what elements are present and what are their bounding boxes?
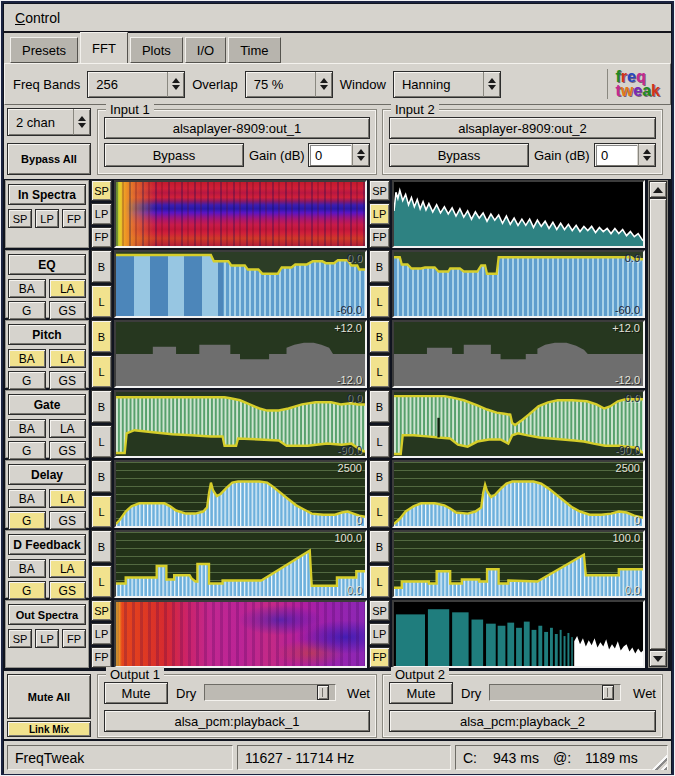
input1-port-button[interactable]: alsaplayer-8909:out_1 bbox=[104, 117, 370, 139]
tab-time[interactable]: Time bbox=[228, 37, 280, 63]
out-spectra-ch2-fp-button[interactable]: FP bbox=[369, 647, 390, 668]
in-spectra-ch2-fp-button[interactable]: FP bbox=[369, 227, 390, 248]
bypass-all-button[interactable]: Bypass All bbox=[7, 143, 91, 175]
scroll-up-icon[interactable] bbox=[649, 181, 667, 198]
pitch-ba-button[interactable]: BA bbox=[8, 349, 46, 368]
delay-ch2-l-button[interactable]: L bbox=[369, 495, 390, 528]
spinner-arrows-icon[interactable] bbox=[167, 72, 184, 97]
link-mix-button[interactable]: Link Mix bbox=[7, 721, 91, 737]
in-spectra-row-button[interactable]: In Spectra bbox=[8, 184, 86, 205]
dfeedback-ch2-display[interactable]: 100.0 0.0 bbox=[392, 530, 645, 598]
dfeedback-g-button[interactable]: G bbox=[8, 581, 46, 600]
eq-ch1-l-button[interactable]: L bbox=[91, 285, 112, 318]
in-spectra-ch2-sp-button[interactable]: SP bbox=[369, 180, 390, 201]
spinner-arrows-icon[interactable] bbox=[73, 109, 90, 135]
pitch-ch1-display[interactable]: +12.0 -12.0 bbox=[114, 320, 367, 388]
delay-ch1-l-button[interactable]: L bbox=[91, 495, 112, 528]
in-spectra-lp-button[interactable]: LP bbox=[35, 209, 59, 228]
in-spectra-ch2-display[interactable] bbox=[392, 180, 645, 248]
input2-gain-spinner[interactable]: 0 bbox=[594, 143, 656, 167]
dfeedback-ch1-display[interactable]: 100.0 0.0 bbox=[114, 530, 367, 598]
dfeedback-ch2-l-button[interactable]: L bbox=[369, 565, 390, 598]
out-spectra-lp-button[interactable]: LP bbox=[35, 629, 59, 648]
eq-la-button[interactable]: LA bbox=[49, 279, 87, 298]
input1-bypass-button[interactable]: Bypass bbox=[104, 143, 244, 167]
out-spectra-ch2-sp-button[interactable]: SP bbox=[369, 600, 390, 621]
eq-row-button[interactable]: EQ bbox=[8, 254, 86, 275]
eq-ch1-display[interactable]: 0.0 -60.0 bbox=[114, 250, 367, 318]
pitch-la-button[interactable]: LA bbox=[49, 349, 87, 368]
eq-ch2-l-button[interactable]: L bbox=[369, 285, 390, 318]
gate-ch1-b-button[interactable]: B bbox=[91, 390, 112, 423]
output1-slider-thumb[interactable] bbox=[317, 685, 329, 700]
dfeedback-ch2-b-button[interactable]: B bbox=[369, 530, 390, 563]
freq-bands-spinner[interactable]: 256 bbox=[87, 71, 185, 98]
tab-fft[interactable]: FFT bbox=[80, 32, 128, 63]
gate-row-button[interactable]: Gate bbox=[8, 394, 86, 415]
out-spectra-ch2-lp-button[interactable]: LP bbox=[369, 623, 390, 644]
tab-plots[interactable]: Plots bbox=[130, 37, 183, 63]
out-spectra-row-button[interactable]: Out Spectra bbox=[8, 604, 86, 625]
output2-drywet-slider[interactable] bbox=[489, 684, 621, 701]
pitch-gs-button[interactable]: GS bbox=[49, 371, 87, 390]
gate-g-button[interactable]: G bbox=[8, 441, 46, 460]
pitch-ch2-b-button[interactable]: B bbox=[369, 320, 390, 353]
scrollbar-thumb[interactable] bbox=[649, 198, 667, 650]
gate-ch2-l-button[interactable]: L bbox=[369, 425, 390, 458]
input2-port-button[interactable]: alsaplayer-8909:out_2 bbox=[389, 117, 656, 139]
gate-ch1-display[interactable]: 0.0 -90.0 bbox=[114, 390, 367, 458]
menu-control[interactable]: Control bbox=[15, 10, 60, 26]
output2-port-button[interactable]: alsa_pcm:playback_2 bbox=[389, 710, 656, 732]
delay-la-button[interactable]: LA bbox=[49, 489, 87, 508]
gate-ch2-b-button[interactable]: B bbox=[369, 390, 390, 423]
gate-la-button[interactable]: LA bbox=[49, 419, 87, 438]
scroll-down-icon[interactable] bbox=[649, 650, 667, 667]
output1-mute-button[interactable]: Mute bbox=[104, 682, 168, 704]
out-spectra-ch1-lp-button[interactable]: LP bbox=[91, 623, 112, 644]
in-spectra-ch1-sp-button[interactable]: SP bbox=[91, 180, 112, 201]
out-spectra-ch1-sp-button[interactable]: SP bbox=[91, 600, 112, 621]
out-spectra-sp-button[interactable]: SP bbox=[8, 629, 32, 648]
in-spectra-sp-button[interactable]: SP bbox=[8, 209, 32, 228]
spinner-arrows-icon[interactable] bbox=[315, 72, 332, 97]
eq-gs-button[interactable]: GS bbox=[49, 301, 87, 320]
spinner-arrows-icon[interactable] bbox=[352, 144, 369, 166]
pitch-g-button[interactable]: G bbox=[8, 371, 46, 390]
in-spectra-ch1-fp-button[interactable]: FP bbox=[91, 227, 112, 248]
eq-g-button[interactable]: G bbox=[8, 301, 46, 320]
spinner-arrows-icon[interactable] bbox=[483, 72, 500, 97]
in-spectra-ch1-lp-button[interactable]: LP bbox=[91, 203, 112, 224]
delay-row-button[interactable]: Delay bbox=[8, 464, 86, 485]
delay-ch1-display[interactable]: 2500 0 bbox=[114, 460, 367, 528]
pitch-row-button[interactable]: Pitch bbox=[8, 324, 86, 345]
output1-port-button[interactable]: alsa_pcm:playback_1 bbox=[104, 710, 370, 732]
out-spectra-ch1-fp-button[interactable]: FP bbox=[91, 647, 112, 668]
dfeedback-row-button[interactable]: D Feedback bbox=[8, 534, 86, 555]
output2-mute-button[interactable]: Mute bbox=[389, 682, 453, 704]
delay-g-button[interactable]: G bbox=[8, 511, 46, 530]
tab-presets[interactable]: Presets bbox=[10, 37, 78, 63]
mute-all-button[interactable]: Mute All bbox=[7, 674, 91, 719]
out-spectra-fp-button[interactable]: FP bbox=[62, 629, 86, 648]
in-spectra-ch1-display[interactable] bbox=[114, 180, 367, 248]
in-spectra-ch2-lp-button[interactable]: LP bbox=[369, 203, 390, 224]
delay-ch2-b-button[interactable]: B bbox=[369, 460, 390, 493]
gate-ba-button[interactable]: BA bbox=[8, 419, 46, 438]
input1-gain-spinner[interactable]: 0 bbox=[308, 143, 370, 167]
pitch-ch1-l-button[interactable]: L bbox=[91, 355, 112, 388]
in-spectra-fp-button[interactable]: FP bbox=[62, 209, 86, 228]
delay-ch1-b-button[interactable]: B bbox=[91, 460, 112, 493]
output2-slider-thumb[interactable] bbox=[602, 685, 614, 700]
eq-ch2-b-button[interactable]: B bbox=[369, 250, 390, 283]
dfeedback-ba-button[interactable]: BA bbox=[8, 559, 46, 578]
dfeedback-ch1-l-button[interactable]: L bbox=[91, 565, 112, 598]
gate-gs-button[interactable]: GS bbox=[49, 441, 87, 460]
delay-ch2-display[interactable]: 2500 0 bbox=[392, 460, 645, 528]
pitch-ch1-b-button[interactable]: B bbox=[91, 320, 112, 353]
channel-count-spinner[interactable]: 2 chan bbox=[7, 108, 91, 136]
delay-ba-button[interactable]: BA bbox=[8, 489, 46, 508]
window-spinner[interactable]: Hanning bbox=[393, 71, 501, 98]
rows-scrollbar[interactable] bbox=[648, 180, 668, 668]
output1-drywet-slider[interactable] bbox=[204, 684, 336, 701]
eq-ch2-display[interactable]: 0.0 -60.0 bbox=[392, 250, 645, 318]
